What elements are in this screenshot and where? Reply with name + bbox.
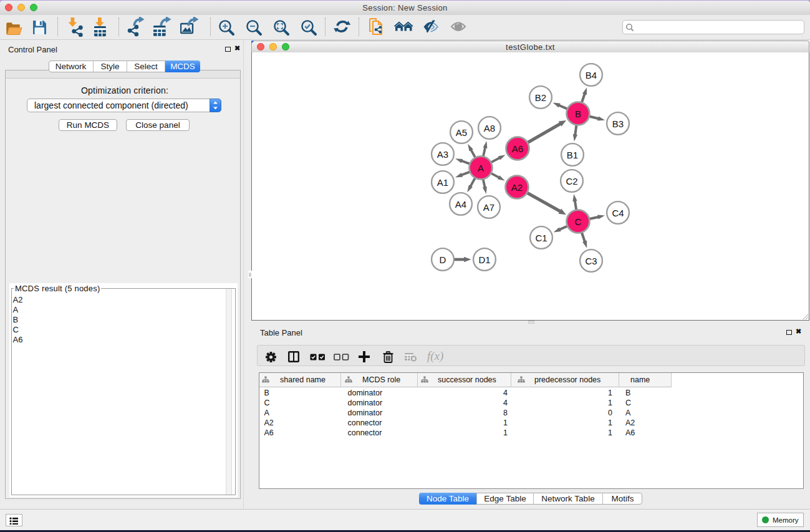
- svg-text:A7: A7: [483, 202, 494, 213]
- svg-text:A1: A1: [437, 177, 448, 188]
- svg-text:B4: B4: [586, 70, 597, 80]
- svg-text:B1: B1: [567, 150, 578, 160]
- svg-text:A8: A8: [484, 123, 495, 133]
- svg-text:C1: C1: [535, 233, 547, 243]
- svg-text:D1: D1: [478, 254, 490, 265]
- svg-text:C4: C4: [612, 208, 624, 218]
- svg-text:A2: A2: [511, 182, 523, 193]
- svg-text:B3: B3: [612, 118, 624, 129]
- svg-text:D: D: [440, 254, 446, 265]
- svg-text:C3: C3: [585, 256, 597, 266]
- svg-text:A3: A3: [437, 149, 448, 160]
- svg-text:C: C: [575, 216, 582, 227]
- svg-text:C2: C2: [566, 176, 577, 186]
- svg-text:A5: A5: [456, 127, 467, 138]
- svg-text:B2: B2: [535, 92, 546, 103]
- svg-text:B: B: [575, 109, 581, 119]
- svg-text:A: A: [478, 163, 484, 173]
- svg-text:A6: A6: [512, 143, 523, 154]
- svg-text:A4: A4: [455, 199, 466, 210]
